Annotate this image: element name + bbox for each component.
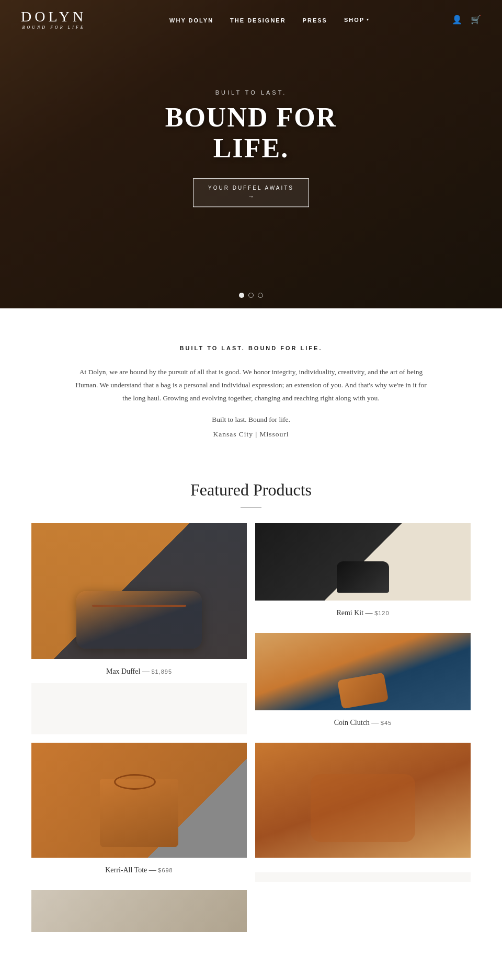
featured-products-section: Featured Products Max Duffel — $1,895	[0, 470, 502, 953]
shop-dropdown-icon: ▾	[367, 17, 369, 22]
hero-cta-arrow: →	[208, 193, 294, 200]
product-info-kerri-tote: Kerri-All Tote — $698	[31, 858, 247, 882]
logo-name: DOLYN	[21, 9, 86, 24]
product-card-partial-1[interactable]	[31, 890, 247, 932]
product-image-kerri-tote	[31, 743, 247, 858]
product-price-coin-clutch: $45	[381, 720, 392, 726]
about-body: At Dolyn, we are bound by the pursuit of…	[73, 366, 429, 405]
carousel-dot-2[interactable]	[248, 293, 254, 298]
products-top-grid: Max Duffel — $1,895 Remi Kit — $120	[31, 523, 471, 734]
about-tagline: Built to last. Bound for life.	[73, 416, 429, 424]
product-info-coin-clutch: Coin Clutch — $45	[255, 710, 471, 734]
main-nav: DOLYN BOUND FOR LIFE WHY DOLYN THE DESIG…	[0, 0, 502, 39]
nav-shop-label[interactable]: SHOP	[344, 17, 364, 23]
product-card-brown-duffel[interactable]	[255, 743, 471, 882]
product-name-kerri-tote: Kerri-All Tote —	[105, 866, 158, 874]
product-image-remi-kit	[255, 523, 471, 601]
products-partial-row	[31, 890, 471, 932]
nav-item-the-designer[interactable]: THE DESIGNER	[230, 17, 286, 24]
logo-tagline: BOUND FOR LIFE	[22, 25, 85, 30]
nav-icons: 👤 🛒	[452, 15, 481, 25]
kit-shape	[337, 561, 389, 593]
partial-img-overlay-1	[31, 890, 247, 932]
nav-item-press[interactable]: PRESS	[303, 17, 327, 24]
carousel-dot-3[interactable]	[258, 293, 263, 298]
product-name-max-duffel: Max Duffel —	[106, 667, 151, 675]
featured-divider	[241, 507, 261, 508]
bag-shape	[76, 591, 202, 649]
product-card-kerri-tote[interactable]: Kerri-All Tote — $698	[31, 743, 247, 882]
partial-img-1	[31, 890, 247, 932]
product-price-max-duffel: $1,895	[151, 668, 172, 675]
user-icon[interactable]: 👤	[452, 15, 462, 25]
hero-cta-button[interactable]: YOUR DUFFEL AWAITS →	[193, 178, 309, 207]
product-name-coin-clutch: Coin Clutch —	[334, 719, 381, 727]
product-card-max-duffel[interactable]: Max Duffel — $1,895	[31, 523, 247, 734]
product-image-brown-duffel	[255, 743, 471, 858]
nav-item-shop[interactable]: SHOP ▾	[344, 17, 369, 23]
nav-links: WHY DOLYN THE DESIGNER PRESS SHOP ▾	[169, 15, 369, 25]
product-info-remi-kit: Remi Kit — $120	[255, 601, 471, 625]
product-image-max-duffel	[31, 523, 247, 659]
featured-title: Featured Products	[31, 480, 471, 500]
products-bottom-grid: Kerri-All Tote — $698	[31, 743, 471, 882]
product-img-bg-kerri-tote	[31, 743, 247, 858]
product-info-brown-duffel	[255, 858, 471, 872]
brown-bag-shape	[311, 774, 415, 842]
product-card-remi-kit[interactable]: Remi Kit — $120	[255, 523, 471, 625]
brand-logo[interactable]: DOLYN BOUND FOR LIFE	[21, 9, 86, 30]
product-img-bg-coin-clutch	[255, 633, 471, 710]
product-price-remi-kit: $120	[374, 610, 389, 616]
product-img-bg-brown-duffel	[255, 743, 471, 858]
about-title: BUILT TO LAST. BOUND FOR LIFE.	[73, 345, 429, 351]
hero-subtitle: BUILT TO LAST.	[126, 89, 376, 96]
products-right-column: Remi Kit — $120 Coin Clutch — $45	[255, 523, 471, 734]
tote-handle	[114, 774, 156, 790]
product-price-kerri-tote: $698	[158, 867, 173, 873]
hero-cta-label: YOUR DUFFEL AWAITS	[208, 185, 294, 191]
bag-handle	[92, 605, 186, 607]
product-card-coin-clutch[interactable]: Coin Clutch — $45	[255, 633, 471, 734]
product-info-max-duffel: Max Duffel — $1,895	[31, 659, 247, 683]
hero-section: DOLYN BOUND FOR LIFE WHY DOLYN THE DESIG…	[0, 0, 502, 308]
hero-carousel-dots	[239, 293, 263, 298]
product-name-remi-kit: Remi Kit —	[336, 609, 374, 617]
carousel-dot-1[interactable]	[239, 293, 244, 298]
product-image-coin-clutch	[255, 633, 471, 710]
product-img-bg-remi-kit	[255, 523, 471, 601]
hero-title: BOUND FOR LIFE.	[126, 102, 376, 164]
cart-icon[interactable]: 🛒	[471, 15, 481, 25]
nav-item-why-dolyn[interactable]: WHY DOLYN	[169, 17, 213, 24]
hero-content: BUILT TO LAST. BOUND FOR LIFE. YOUR DUFF…	[126, 89, 376, 207]
product-img-bg-max-duffel	[31, 523, 247, 659]
about-location: Kansas City | Missouri	[73, 430, 429, 439]
clutch-shape	[337, 673, 389, 709]
about-section: BUILT TO LAST. BOUND FOR LIFE. At Dolyn,…	[0, 308, 502, 470]
featured-header: Featured Products	[31, 480, 471, 508]
